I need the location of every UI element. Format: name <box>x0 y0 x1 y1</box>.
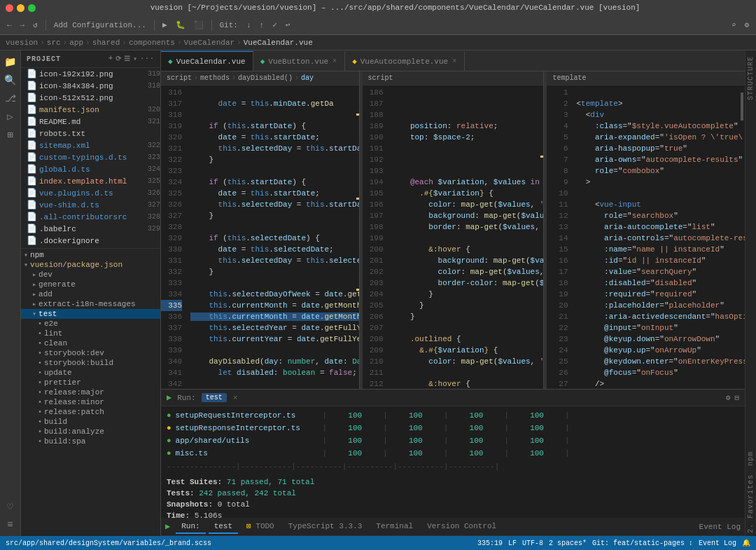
tab-close[interactable]: × <box>332 57 337 65</box>
search-activity-icon[interactable]: 🔍 <box>2 71 19 88</box>
forward-button[interactable]: → <box>18 20 28 31</box>
window-controls[interactable] <box>6 4 36 12</box>
tree-item[interactable]: 📄 sitemap.xml 322 <box>21 139 160 151</box>
tab-terminal[interactable]: Terminal <box>370 520 419 534</box>
tree-item[interactable]: • prettier <box>21 378 160 387</box>
status-position[interactable]: 335:19 <box>477 539 503 547</box>
breadcrumb-vuecalendar[interactable]: VueCalendar <box>184 39 235 47</box>
tree-item-package[interactable]: ▾ vuesion/package.json <box>21 260 160 270</box>
tree-item[interactable]: 📄 icon-512x512.png <box>21 92 160 104</box>
status-spaces[interactable]: 2 spaces* <box>549 539 587 547</box>
debug-button[interactable]: 🐛 <box>173 19 188 31</box>
breadcrumb-app[interactable]: app <box>69 39 83 47</box>
status-event-log[interactable]: Event Log <box>699 539 736 547</box>
tree-item[interactable]: • storybook:build <box>21 358 160 368</box>
ts-label: TypeScript 3.3.3 <box>288 522 363 530</box>
event-log-btn[interactable]: Event Log <box>699 523 741 531</box>
tree-item[interactable]: ▸ dev <box>21 270 160 280</box>
tree-item[interactable]: 📄 robots.txt <box>21 128 160 139</box>
notification-icon[interactable]: 🔔 <box>742 539 750 547</box>
tree-item[interactable]: 📄 global.d.ts 324 <box>21 163 160 175</box>
tab-run[interactable]: Run: <box>176 520 205 534</box>
gear-icon[interactable]: ⚙ <box>726 393 731 402</box>
maximize-button[interactable] <box>28 4 36 12</box>
add-config-label[interactable]: Add Configuration... <box>51 21 149 29</box>
structure-icon[interactable]: ≡ <box>2 516 19 533</box>
tab-vc[interactable]: Version Control <box>421 520 502 534</box>
tree-item[interactable]: • lint <box>21 329 160 338</box>
tree-item[interactable]: ▸ generate <box>21 280 160 289</box>
tree-item[interactable]: • e2e <box>21 319 160 329</box>
tree-item[interactable]: 📄 .babelrc 329 <box>21 223 160 235</box>
tree-item-test[interactable]: ▾ test <box>21 309 160 319</box>
tree-item[interactable]: 📄 index.template.html 325 <box>21 175 160 187</box>
tab-typescript[interactable]: TypeScript 3.3.3 <box>283 520 368 534</box>
tree-item[interactable]: • release:minor <box>21 397 160 407</box>
close-button[interactable] <box>6 4 13 12</box>
tree-item[interactable]: • release:major <box>21 387 160 397</box>
tab-todo[interactable]: ⊠ TODO <box>241 519 280 534</box>
explorer-icon[interactable]: 📁 <box>2 53 19 70</box>
tree-item[interactable]: 📄 vue.plugins.d.ts 326 <box>21 187 160 199</box>
tree-item[interactable]: 📄 icon-192x192.png 319 <box>21 68 160 80</box>
tab-close2[interactable]: × <box>451 57 457 65</box>
test-tab-active[interactable]: test <box>202 393 227 402</box>
scrollbar-thumb[interactable] <box>741 92 743 121</box>
tab-vuebutton[interactable]: ◆ VueButton.vue × <box>253 51 345 71</box>
run-icon-bottom[interactable]: ▶ <box>165 521 170 532</box>
tree-item[interactable]: • update <box>21 368 160 378</box>
refresh-button[interactable]: ↺ <box>30 19 41 31</box>
tree-item[interactable]: • build <box>21 417 160 427</box>
run-button[interactable]: ▶ <box>160 19 170 31</box>
breadcrumb-vuesion[interactable]: vuesion <box>6 39 38 47</box>
status-charset[interactable]: UTF-8 <box>522 539 543 547</box>
tree-item[interactable]: 📄 custom-typings.d.ts 323 <box>21 151 160 163</box>
tree-item[interactable]: • build:analyze <box>21 427 160 436</box>
tab-vuecalendar[interactable]: ◆ VueCalendar.vue <box>161 51 253 71</box>
back-button[interactable]: ← <box>4 20 15 31</box>
status-encoding[interactable]: LF <box>508 539 517 547</box>
terminal-content[interactable]: ● setupRequestInterceptor.ts | 100 | 100… <box>161 406 745 518</box>
git-activity-icon[interactable]: ⎇ <box>2 90 19 106</box>
test-tab-close[interactable]: × <box>232 394 239 402</box>
tree-item[interactable]: • clean <box>21 338 160 348</box>
collapse-icon[interactable]: ⊟ <box>734 393 739 402</box>
favorites-icon[interactable]: ♡ <box>2 498 19 515</box>
breadcrumb-shared[interactable]: shared <box>92 39 120 47</box>
tree-item[interactable]: 📄 README.md 321 <box>21 116 160 128</box>
explorer-controls[interactable]: +⟳☰▾··· <box>108 55 155 63</box>
breadcrumb-components[interactable]: components <box>129 39 175 47</box>
stop-button[interactable]: ⬛ <box>191 19 206 31</box>
extensions-icon[interactable]: ⊞ <box>2 126 19 143</box>
status-file-path[interactable]: src/app/shared/designSystem/variables/_b… <box>6 539 211 547</box>
git-update-btn[interactable]: ↓ <box>244 20 254 31</box>
code-content-2[interactable]: position: relative; top: $space-2; @each… <box>389 85 544 389</box>
run-activity-icon[interactable]: ▷ <box>2 108 19 125</box>
tab-vueautocomplete[interactable]: ◆ VueAutocomplete.vue × <box>345 51 465 71</box>
tree-item[interactable]: 📄 vue-shim.d.ts 327 <box>21 199 160 211</box>
tree-item[interactable]: 📄 manifest.json 320 <box>21 104 160 116</box>
tree-item[interactable]: ▸ add <box>21 289 160 299</box>
tree-item[interactable]: • release:patch <box>21 407 160 417</box>
tree-item[interactable]: • build:spa <box>21 436 160 446</box>
settings-icon[interactable]: ⚙ <box>741 19 752 31</box>
tree-item[interactable]: ▸ extract-i18n-messages <box>21 299 160 309</box>
code-content-1[interactable]: date = this.minDate.getDa if (this.start… <box>188 85 359 389</box>
coverage-row: ● misc.ts | 100 | 100 | 100 | 100 | <box>167 447 739 460</box>
breadcrumb-file[interactable]: VueCalendar.vue <box>244 39 313 47</box>
tree-item-npm[interactable]: ▾ npm <box>21 250 160 260</box>
code-content-3[interactable]: <template> <div :class="$style.vueAutoco… <box>573 85 745 389</box>
tree-item[interactable]: • storybook:dev <box>21 348 160 358</box>
minimize-button[interactable] <box>17 4 24 12</box>
tab-test[interactable]: test <box>209 520 238 534</box>
tree-item[interactable]: 📄 icon-384x384.png 318 <box>21 80 160 92</box>
search-icon[interactable]: ⌕ <box>729 19 739 31</box>
git-push-btn[interactable]: ↑ <box>257 20 267 31</box>
status-git[interactable]: Git: feat/static-pages ↕ <box>592 539 693 547</box>
git-revert-btn[interactable]: ↩ <box>283 19 293 31</box>
tree-item[interactable]: 📄 .all-contributorsrc 328 <box>21 211 160 223</box>
run-play-icon[interactable]: ▶ <box>167 392 172 403</box>
tree-item[interactable]: 📄 .dockerignore <box>21 235 160 247</box>
git-check-btn[interactable]: ✓ <box>270 19 280 31</box>
breadcrumb-src[interactable]: src <box>47 39 61 47</box>
